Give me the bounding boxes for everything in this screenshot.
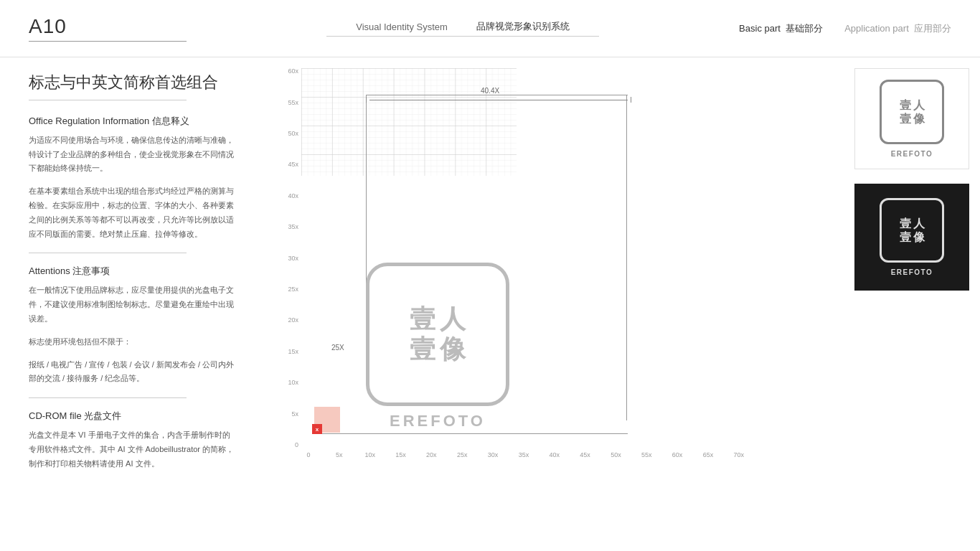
header-left: A10 <box>29 15 187 42</box>
section1-title: Office Regulation Information 信息释义 <box>29 115 237 128</box>
header-center-line <box>326 36 599 37</box>
outer-top-line <box>366 95 628 95</box>
dim-25x-label: 25X <box>331 344 344 352</box>
x-label-25: 25x <box>455 451 469 458</box>
dim-40x-line: 40.4X <box>366 97 631 103</box>
header-line <box>29 41 187 42</box>
y-label-50: 50x <box>273 131 301 137</box>
x-label-45: 45x <box>578 451 593 458</box>
y-label-25: 25x <box>273 286 301 293</box>
preview-light-char-4: 像 <box>913 113 925 125</box>
y-label-60: 60x <box>273 68 301 75</box>
header: A10 Visual Identity System 品牌视觉形象识别系统 Ba… <box>0 0 980 57</box>
basic-part-label: Basic part 基础部分 <box>739 22 823 35</box>
x-label-55: 55x <box>639 451 654 458</box>
logo-in-grid: 壹 人 壹 像 EREFOTO <box>366 263 509 430</box>
preview-light-text: EREFOTO <box>891 150 933 158</box>
vis-identity-label: Visual Identity System <box>356 22 448 32</box>
x-label-60: 60x <box>670 451 684 458</box>
x-label-0: 0 <box>301 451 316 458</box>
preview-dark-char-1: 壹 <box>900 218 911 230</box>
section1-text2: 在基本要素组合系统中出现的组合形式均经过严格的测算与检验。在实际应用中，标志的位… <box>29 184 237 241</box>
y-label-5: 5x <box>273 411 301 418</box>
y-label-40: 40x <box>273 193 301 199</box>
preview-light-char-3: 壹 <box>900 113 911 125</box>
section3-title: CD-ROM file 光盘文件 <box>29 410 237 423</box>
section1-text1: 为适应不同使用场合与环境，确保信息传达的清晰与准确，特设计了企业品牌的多种组合，… <box>29 133 237 176</box>
title-line <box>29 100 187 100</box>
x-label-35: 35x <box>517 451 531 458</box>
outer-right-line <box>626 95 627 420</box>
section2-text3: 报纸 / 电视广告 / 宣传 / 包装 / 会议 / 新闻发布会 / 公司内外部… <box>29 358 237 387</box>
section2-title: Attentions 注意事项 <box>29 265 237 278</box>
x-label-70: 70x <box>732 451 746 458</box>
brand-cn-label: 品牌视觉形象识别系统 <box>476 20 570 33</box>
right-panel: 壹 人 壹 像 EREFOTO 壹 人 壹 像 EREFOTO <box>851 57 980 551</box>
section2-text2: 标志使用环境包括但不限于： <box>29 335 237 349</box>
y-label-55: 55x <box>273 100 301 106</box>
divider2 <box>29 397 187 398</box>
preview-dark-char-4: 像 <box>913 232 925 243</box>
x-label-20: 20x <box>424 451 438 458</box>
svg-rect-1 <box>301 68 517 176</box>
preview-dark: 壹 人 壹 像 EREFOTO <box>854 184 969 291</box>
y-label-30: 30x <box>273 255 301 262</box>
y-label-15: 15x <box>273 349 301 355</box>
preview-dark-text: EREFOTO <box>891 268 933 276</box>
x-axis-labels: 0 5x 10x 15x 20x 25x 30x 35x 40x 45x 50x… <box>301 448 746 470</box>
y-label-35: 35x <box>273 224 301 230</box>
y-axis-labels: 0 5x 10x 15x 20x 25x 30x 35x 40x 45x 50x… <box>273 68 301 448</box>
y-label-20: 20x <box>273 317 301 324</box>
logo-char-3: 壹 <box>410 336 435 362</box>
x-label-15: 15x <box>394 451 408 458</box>
preview-light: 壹 人 壹 像 EREFOTO <box>854 68 969 169</box>
section3-text: 光盘文件是本 VI 手册电子文件的集合，内含手册制作时的专用软件格式文件。其中 … <box>29 428 237 471</box>
page-title: 标志与中英文简称首选组合 <box>29 72 237 94</box>
grid-svg <box>301 68 517 176</box>
grid-container: 0 5x 10x 15x 20x 25x 30x 35x 40x 45x 50x… <box>273 68 746 470</box>
x-label-65: 65x <box>701 451 715 458</box>
logo-char-4: 像 <box>440 336 466 362</box>
preview-light-icon-inner: 壹 人 壹 像 <box>896 96 928 128</box>
red-mark: x <box>312 424 322 434</box>
x-label-10: 10x <box>363 451 377 458</box>
sidebar: 标志与中英文简称首选组合 Office Regulation Informati… <box>0 57 265 551</box>
header-center-top: Visual Identity System 品牌视觉形象识别系统 <box>356 20 570 33</box>
preview-light-char-1: 壹 <box>900 100 911 111</box>
preview-dark-icon-box: 壹 人 壹 像 <box>880 198 944 263</box>
y-label-10: 10x <box>273 380 301 386</box>
logo-char-1: 壹 <box>410 306 435 332</box>
preview-light-char-2: 人 <box>913 100 925 111</box>
preview-dark-icon-inner: 壹 人 壹 像 <box>896 215 928 247</box>
header-right: Basic part 基础部分 Application part 应用部分 <box>739 22 951 35</box>
logo-icon-box: 壹 人 壹 像 <box>366 263 509 406</box>
app-part-label: Application part 应用部分 <box>844 22 951 35</box>
x-label-5: 5x <box>332 451 347 458</box>
logo-text: EREFOTO <box>390 412 486 430</box>
grid-area: 0 5x 10x 15x 20x 25x 30x 35x 40x 45x 50x… <box>265 57 851 551</box>
header-center: Visual Identity System 品牌视觉形象识别系统 <box>326 20 599 37</box>
preview-dark-char-2: 人 <box>913 218 925 230</box>
x-label-30: 30x <box>486 451 500 458</box>
main-content: 标志与中英文简称首选组合 Office Regulation Informati… <box>0 57 980 551</box>
dim-40x-label: 40.4X <box>481 87 499 95</box>
y-label-45: 45x <box>273 161 301 168</box>
x-label-50: 50x <box>608 451 623 458</box>
preview-dark-char-3: 壹 <box>900 232 911 243</box>
page-number: A10 <box>29 15 187 38</box>
y-label-0: 0 <box>273 442 301 448</box>
logo-char-2: 人 <box>440 306 466 332</box>
x-label-40: 40x <box>547 451 562 458</box>
divider1 <box>29 253 187 253</box>
section2-text1: 在一般情况下使用品牌标志，应尽量使用提供的光盘电子文件，不建议使用标准制图绘制标… <box>29 283 237 326</box>
outer-bottom-line <box>312 433 628 434</box>
preview-light-icon-box: 壹 人 壹 像 <box>880 80 944 144</box>
